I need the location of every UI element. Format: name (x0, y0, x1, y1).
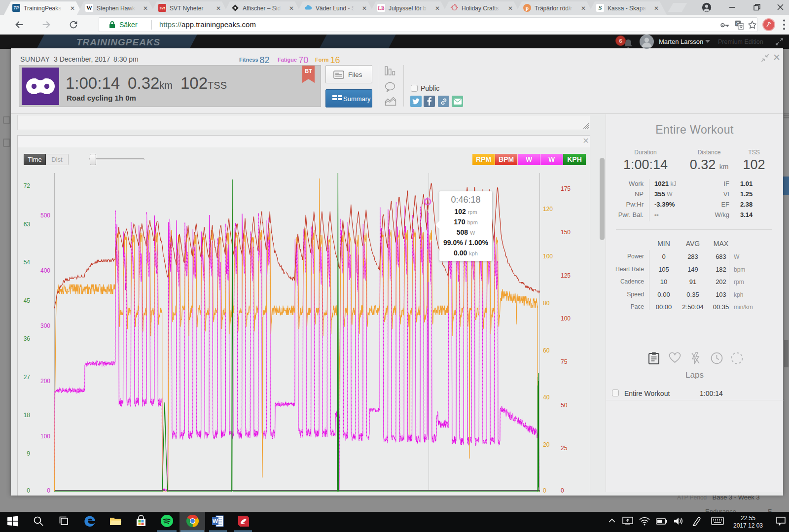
expand-icon[interactable] (776, 38, 783, 45)
metric-value: -3.39% (654, 201, 675, 208)
series-button-bpm-1[interactable]: BPM (495, 154, 518, 165)
minmax-header: MAX (708, 240, 734, 248)
modal-collapse-icon[interactable] (761, 54, 769, 62)
taskbar-word-button[interactable]: W (205, 512, 231, 532)
zoom-slider-handle[interactable] (90, 154, 96, 165)
taskbar-clock[interactable]: 22:552017 12 03 (727, 512, 769, 532)
share-twitter-button[interactable] (410, 96, 422, 107)
bookmark-star-icon[interactable] (747, 20, 757, 30)
browser-tab-1[interactable]: TPTrainingPeaks✕ (4, 1, 83, 15)
axis-label-rpm-100: 100 (543, 253, 553, 260)
tray-wifi-button[interactable] (637, 512, 652, 532)
tray-battery-button[interactable] (654, 512, 669, 532)
url-box[interactable]: Säker https:// app.trainingpeaks.com G (99, 17, 757, 32)
window-restore-button[interactable] (746, 0, 768, 14)
tab-close-icon[interactable]: ✕ (506, 4, 514, 12)
taskbar-spotify-button[interactable] (154, 512, 179, 532)
user-menu-caret-icon[interactable] (705, 40, 710, 43)
tray-cast-button[interactable] (620, 512, 635, 532)
notification-badge[interactable]: 6 (615, 35, 626, 46)
series-button-w-3[interactable]: W (540, 154, 563, 165)
taskbar-garmin-button[interactable] (231, 512, 256, 532)
chart-close-button[interactable]: ✕ (581, 137, 590, 145)
toggle-dist-button[interactable]: Dist (46, 154, 69, 165)
summary-button[interactable]: Summary (325, 89, 372, 107)
browser-profile-button[interactable] (695, 0, 717, 14)
browser-tab-9[interactable]: SKassa - Skapar✕ (588, 1, 667, 15)
lap-time-icon[interactable] (711, 352, 723, 364)
share-email-button[interactable] (452, 96, 463, 107)
lap-power-icon[interactable] (691, 352, 700, 364)
tray-action-center-button[interactable] (773, 512, 788, 532)
browser-tab-5[interactable]: Väder Lund - S✕ (296, 1, 375, 15)
browser-menu-icon[interactable] (782, 19, 787, 31)
window-close-button[interactable] (769, 0, 789, 14)
fitness-stat: Fitness 82 (239, 55, 270, 66)
axis-label-kph-18: 18 (24, 412, 30, 419)
user-name[interactable]: Marten Larsson (659, 38, 703, 45)
lap-heart-icon[interactable] (669, 352, 681, 363)
tray-pen-button[interactable] (689, 512, 704, 532)
cast-screen-icon (622, 517, 633, 528)
toggle-time-button[interactable]: Time (24, 154, 46, 165)
modal-close-button[interactable]: ✕ (772, 53, 782, 63)
tray-volume-button[interactable] (671, 512, 686, 532)
metric-value: -- (654, 211, 659, 218)
axis-label-watts-0: 0 (47, 487, 50, 494)
new-tab-button[interactable] (668, 3, 687, 12)
series-button-w-2[interactable]: W (518, 154, 540, 165)
browser-tab-3[interactable]: svtSVT Nyheter✕ (150, 1, 229, 15)
share-facebook-button[interactable] (424, 96, 435, 107)
taskbar-task-view-button[interactable] (51, 512, 77, 532)
security-label[interactable]: Säker (119, 21, 138, 29)
series-button-rpm-0[interactable]: RPM (472, 154, 495, 165)
tab-close-icon[interactable]: ✕ (360, 4, 368, 12)
tab-close-icon[interactable]: ✕ (69, 4, 76, 12)
reload-button[interactable] (68, 19, 79, 30)
tab-close-icon[interactable]: ✕ (287, 4, 295, 12)
browser-tab-2[interactable]: WStephen Hawki✕ (77, 1, 156, 15)
tab-close-icon[interactable]: ✕ (142, 4, 149, 12)
textarea-resize-grip[interactable] (583, 123, 589, 129)
browser-tab-8[interactable]: pTräpärlor röd/r✕ (515, 1, 594, 15)
tab-close-icon[interactable]: ✕ (215, 4, 222, 12)
forward-button[interactable] (41, 19, 52, 30)
chart-bars-icon[interactable] (385, 66, 396, 75)
user-avatar[interactable] (640, 35, 654, 49)
lap-notes-icon[interactable] (648, 352, 660, 365)
secure-lock-icon[interactable] (109, 21, 115, 29)
taskbar-store-button[interactable] (128, 512, 154, 532)
files-button[interactable]: Files (325, 65, 372, 83)
taskbar-edge-button[interactable] (77, 512, 103, 532)
share-link-button[interactable] (438, 96, 449, 107)
taskbar-start-button[interactable] (0, 512, 26, 532)
public-checkbox[interactable] (411, 85, 418, 92)
back-button[interactable] (14, 19, 25, 30)
tab-close-icon[interactable]: ✕ (433, 4, 441, 12)
lap-checkbox[interactable] (612, 390, 619, 396)
tab-close-icon[interactable]: ✕ (579, 4, 587, 12)
tray-keyboard-button[interactable] (710, 512, 725, 532)
svt-favicon: svt (158, 4, 166, 12)
browser-tab-4[interactable]: Affischer – Sid✕ (223, 1, 302, 15)
tab-close-icon[interactable]: ✕ (652, 4, 660, 12)
browser-tab-7[interactable]: Holiday Crafts✕ (442, 1, 521, 15)
zoom-slider-track[interactable] (89, 158, 144, 160)
window-minimize-button[interactable] (721, 0, 743, 14)
taskbar-search-button[interactable] (26, 512, 51, 532)
browser-tab-6[interactable]: LBJulpyssel för b✕ (369, 1, 448, 15)
pen-icon (692, 516, 702, 528)
password-key-icon[interactable] (719, 20, 730, 31)
taskbar-file-explorer-button[interactable] (103, 512, 128, 532)
translate-icon[interactable]: G (734, 20, 745, 30)
taskbar-chrome-button[interactable] (179, 512, 205, 532)
extension-icon[interactable] (762, 18, 775, 31)
area-chart-icon[interactable] (385, 96, 396, 106)
series-button-kph-4[interactable]: KPH (563, 154, 586, 165)
modal-scrollbar-thumb[interactable] (600, 158, 605, 240)
workout-comments-textarea[interactable] (17, 115, 590, 130)
comment-icon[interactable] (385, 82, 396, 92)
tray-chevron-button[interactable] (605, 512, 619, 532)
lap-circle-icon[interactable] (731, 352, 743, 364)
axis-label-kph-27: 27 (24, 374, 30, 381)
